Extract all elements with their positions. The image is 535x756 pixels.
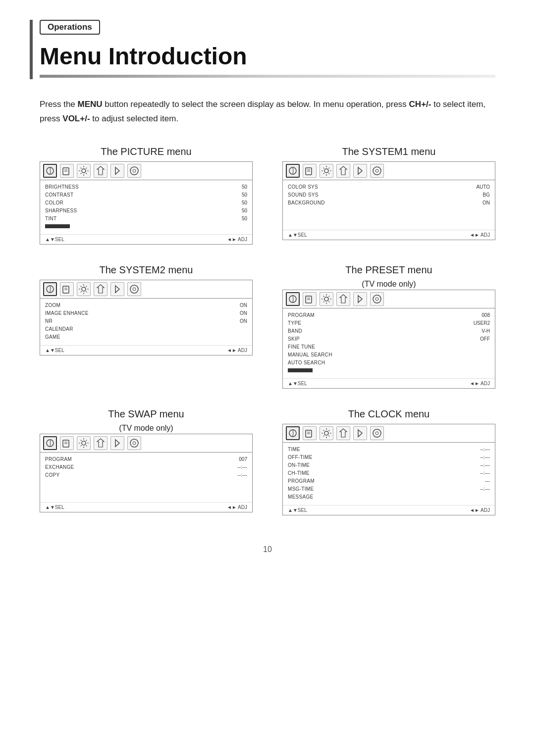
- preset-icon-5: [353, 292, 367, 306]
- picture-row-brightness: BRIGHTNESS 50: [45, 183, 247, 191]
- menu-bold: MENU: [78, 100, 103, 109]
- preset-row-autosearch: AUTO SEARCH: [288, 359, 490, 366]
- intro-text: Press the MENU button repeatedly to sele…: [0, 78, 535, 136]
- system1-spacer: [288, 207, 490, 226]
- system2-menu-content: ZOOM ON IMAGE ENHANCE ON NR ON CALENDAR: [40, 299, 252, 343]
- picture-icon-5: [110, 164, 124, 178]
- operations-badge: Operations: [40, 20, 100, 35]
- ch-bold: CH+/-: [409, 100, 431, 109]
- picture-icon-toolbar: [40, 162, 252, 180]
- svg-point-4: [82, 169, 86, 173]
- vol-bold: VOL+/-: [62, 114, 90, 123]
- swap-row-program: PROGRAM 007: [45, 455, 247, 463]
- system1-menu-content: COLOR SYS AUTO SOUND SYS BG BACKGROUND O…: [283, 180, 495, 228]
- system2-footer-adj: ◄► ADJ: [227, 348, 247, 353]
- clock-row-program: PROGRAM ---: [288, 477, 490, 485]
- swap-menu-title: The SWAP menu: [40, 408, 253, 420]
- clock-row-chtime: CH-TIME --:---: [288, 469, 490, 477]
- system1-icon-4: [336, 164, 350, 178]
- system1-menu-title: The SYSTEM1 menu: [282, 146, 495, 157]
- clock-icon-2: [303, 426, 317, 440]
- picture-icon-6: [127, 164, 141, 178]
- clock-menu-section: The CLOCK menu: [282, 408, 495, 515]
- preset-icon-3: [320, 292, 333, 306]
- preset-progress-bar: [288, 368, 313, 372]
- system2-menu-footer: ▲▼SEL ◄► ADJ: [40, 345, 252, 355]
- preset-row-program: PROGRAM 008: [288, 311, 490, 319]
- system2-row-game: GAME: [45, 333, 247, 341]
- header: Operations Menu Introduction: [0, 0, 535, 78]
- preset-menu-content: PROGRAM 008 TYPE USER2 BAND V-H SKIP OFF: [283, 308, 495, 376]
- preset-menu-box: PROGRAM 008 TYPE USER2 BAND V-H SKIP OFF: [282, 290, 495, 389]
- swap-footer-adj: ◄► ADJ: [227, 504, 247, 510]
- system2-icon-3: [77, 282, 91, 296]
- system2-row-nr: NR ON: [45, 317, 247, 325]
- swap-row-exchange: EXCHANGE --:---: [45, 463, 247, 471]
- system2-row-imageenhance: IMAGE ENHANCE ON: [45, 309, 247, 317]
- swap-menu-box: PROGRAM 007 EXCHANGE --:--- COPY --:--- …: [40, 434, 253, 512]
- picture-icon-2: [60, 164, 74, 178]
- preset-row-type: TYPE USER2: [288, 319, 490, 327]
- svg-point-14: [373, 167, 381, 175]
- picture-menu-box: BRIGHTNESS 50 CONTRAST 50 COLOR 50 SHARP…: [40, 161, 253, 245]
- swap-icon-2: [60, 436, 74, 450]
- system2-row-zoom: ZOOM ON: [45, 302, 247, 309]
- preset-icon-6: [370, 292, 384, 306]
- system2-menu-section: The SYSTEM2 menu: [40, 264, 253, 389]
- svg-marker-21: [115, 286, 119, 293]
- swap-row-copy: COPY --:---: [45, 471, 247, 479]
- system2-icon-5: [110, 282, 124, 296]
- page-title: Menu Introduction: [40, 43, 495, 70]
- page-number: 10: [0, 535, 535, 564]
- svg-marker-5: [115, 167, 119, 174]
- clock-row-offtime: OFF-TIME --:---: [288, 454, 490, 461]
- swap-footer-sel: ▲▼SEL: [45, 504, 64, 510]
- swap-icon-5: [110, 436, 124, 450]
- swap-icon-3: [77, 436, 91, 450]
- system2-icon-4: [94, 282, 107, 296]
- clock-icon-toolbar: [283, 424, 495, 443]
- picture-menu-content: BRIGHTNESS 50 CONTRAST 50 COLOR 50 SHARP…: [40, 180, 252, 232]
- clock-footer-adj: ◄► ADJ: [470, 507, 490, 513]
- preset-footer-sel: ▲▼SEL: [288, 381, 307, 386]
- svg-point-46: [373, 429, 381, 437]
- system1-menu-box: COLOR SYS AUTO SOUND SYS BG BACKGROUND O…: [282, 161, 495, 240]
- preset-menu-title: The PRESET menu: [282, 264, 495, 276]
- svg-point-20: [82, 287, 86, 291]
- system1-icon-1: [286, 164, 300, 178]
- picture-row-color: COLOR 50: [45, 199, 247, 206]
- system1-icon-toolbar: [283, 162, 495, 180]
- svg-point-23: [133, 288, 136, 291]
- picture-row-tint: TINT 50: [45, 215, 247, 222]
- clock-icon-3: [320, 426, 333, 440]
- system2-icon-toolbar: [40, 280, 252, 299]
- system2-icon-6: [127, 282, 141, 296]
- system2-menu-title: The SYSTEM2 menu: [40, 264, 253, 276]
- svg-point-36: [82, 441, 86, 445]
- system1-menu-section: The SYSTEM1 menu: [282, 146, 495, 245]
- svg-point-31: [375, 298, 378, 301]
- clock-menu-content: TIME --:--- OFF-TIME --:--- ON-TIME --:-…: [283, 443, 495, 503]
- system2-icon-1: [43, 282, 57, 296]
- system1-footer-adj: ◄► ADJ: [470, 232, 490, 238]
- swap-menu-subtitle: (TV mode only): [40, 424, 253, 433]
- svg-point-6: [130, 167, 138, 175]
- swap-icon-1: [43, 436, 57, 450]
- svg-point-7: [133, 169, 136, 172]
- svg-marker-37: [115, 440, 119, 447]
- clock-row-message: MESSAGE: [288, 493, 490, 501]
- system1-icon-6: [370, 164, 384, 178]
- svg-point-22: [130, 285, 138, 293]
- system2-footer-sel: ▲▼SEL: [45, 348, 64, 353]
- preset-icon-toolbar: [283, 290, 495, 308]
- clock-menu-title: The CLOCK menu: [282, 408, 495, 420]
- preset-menu-footer: ▲▼SEL ◄► ADJ: [283, 378, 495, 388]
- system1-icon-5: [353, 164, 367, 178]
- swap-menu-content: PROGRAM 007 EXCHANGE --:--- COPY --:---: [40, 453, 252, 500]
- system2-menu-box: ZOOM ON IMAGE ENHANCE ON NR ON CALENDAR: [40, 280, 253, 355]
- preset-menu-section: The PRESET menu (TV mode only): [282, 264, 495, 389]
- picture-menu-section: The PICTURE menu: [40, 146, 253, 245]
- swap-icon-4: [94, 436, 107, 450]
- picture-progress-bar: [45, 224, 70, 228]
- page-container: Operations Menu Introduction Press the M…: [0, 0, 535, 756]
